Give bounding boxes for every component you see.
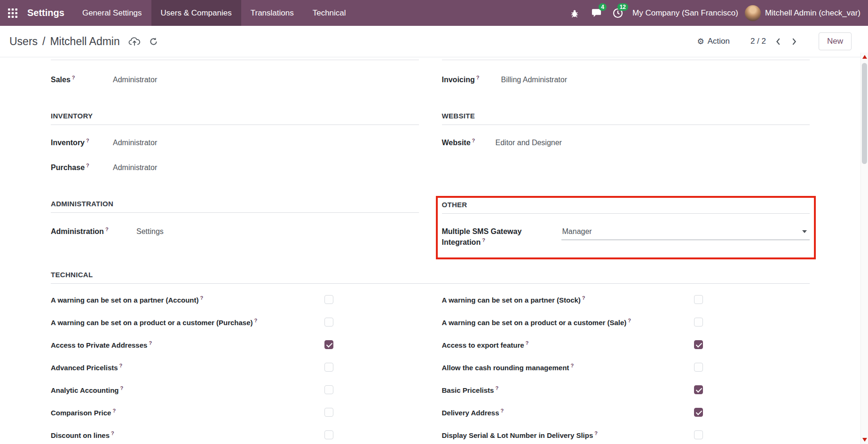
help-icon[interactable]: ? (495, 385, 498, 391)
help-icon[interactable]: ? (72, 75, 75, 80)
field-label-administration: Administration? (51, 226, 136, 237)
other-group: OTHER Multiple SMS Gateway Integration? … (442, 201, 810, 248)
checkbox[interactable] (694, 318, 703, 327)
scrollbar-up-arrow[interactable] (862, 55, 867, 59)
sms-gateway-dropdown[interactable]: Manager (561, 227, 810, 240)
app-name[interactable]: Settings (25, 0, 73, 26)
help-icon[interactable]: ? (111, 430, 114, 436)
technical-grid: A warning can be set on a partner (Accou… (51, 288, 810, 444)
help-icon[interactable]: ? (594, 430, 598, 436)
help-icon[interactable]: ? (582, 295, 585, 301)
section-inventory: INVENTORY (51, 112, 419, 125)
refresh-icon[interactable] (149, 37, 158, 46)
technical-row: Display Serial & Lot Number in Delivery … (442, 424, 810, 444)
checkbox[interactable] (324, 295, 333, 304)
scrollbar[interactable] (860, 53, 868, 444)
messages-button[interactable]: 4 (585, 0, 607, 26)
menu-item-technical[interactable]: Technical (303, 0, 355, 26)
breadcrumb-current: Mitchell Admin (50, 35, 119, 48)
checkbox[interactable] (694, 363, 703, 372)
control-panel-right: ⚙ Action 2 / 2 New (697, 32, 852, 50)
help-icon[interactable]: ? (526, 340, 529, 346)
checkbox-label: A warning can be set on a partner (Stock… (442, 295, 694, 304)
checkbox-label: A warning can be set on a product or a c… (442, 318, 694, 327)
checkbox[interactable] (694, 430, 703, 439)
field-label-inventory: Inventory? (51, 137, 113, 148)
technical-row: Analytic Accounting? (51, 379, 419, 401)
field-value-invoicing[interactable]: Billing Administrator (501, 76, 810, 84)
help-icon[interactable]: ? (501, 408, 504, 413)
field-label-sales: Sales? (51, 74, 113, 86)
help-icon[interactable]: ? (86, 138, 89, 143)
checkbox-label: Comparison Price? (51, 408, 324, 417)
field-value-purchase[interactable]: Administrator (113, 164, 419, 172)
field-label-invoicing: Invoicing? (442, 74, 501, 86)
new-button[interactable]: New (819, 32, 852, 50)
sms-gateway-value: Manager (562, 227, 592, 236)
action-label: Action (708, 37, 730, 46)
checkbox[interactable] (694, 408, 703, 417)
help-icon[interactable]: ? (476, 75, 480, 80)
cloud-save-icon[interactable] (128, 37, 141, 46)
menu-item-general-settings[interactable]: General Settings (73, 0, 151, 26)
breadcrumb-users-link[interactable]: Users (9, 35, 38, 48)
help-icon[interactable]: ? (149, 340, 152, 346)
checkbox-label: Display Serial & Lot Number in Delivery … (442, 430, 694, 439)
checkbox[interactable] (694, 385, 703, 394)
debug-button[interactable] (564, 0, 585, 26)
topbar-right: 4 12 My Company (San Francisco) Mitchell… (564, 0, 868, 26)
field-label-sms-gateway: Multiple SMS Gateway Integration? (442, 226, 561, 248)
checkbox[interactable] (694, 340, 703, 349)
apps-menu-button[interactable] (0, 0, 25, 26)
help-icon[interactable]: ? (628, 318, 631, 323)
activities-button[interactable]: 12 (607, 0, 629, 26)
apps-grid-icon (8, 8, 17, 18)
checkbox-label: Analytic Accounting? (51, 385, 324, 394)
scrollbar-thumb[interactable] (862, 63, 867, 164)
chevron-right-icon (792, 38, 797, 46)
scrollbar-down-arrow[interactable] (862, 438, 867, 442)
checkbox-label: Access to export feature? (442, 340, 694, 349)
technical-row: Comparison Price? (51, 401, 419, 424)
checkbox-label: Allow the cash rounding management? (442, 363, 694, 372)
technical-col-left: A warning can be set on a partner (Accou… (51, 288, 419, 444)
field-value-sales[interactable]: Administrator (113, 76, 419, 84)
checkbox[interactable] (324, 363, 333, 372)
top-navbar: Settings General SettingsUsers & Compani… (0, 0, 868, 26)
menu-item-users-companies[interactable]: Users & Companies (151, 0, 241, 26)
field-sms-gateway: Multiple SMS Gateway Integration? Manage… (442, 226, 810, 248)
help-icon[interactable]: ? (570, 363, 574, 368)
action-menu-button[interactable]: ⚙ Action (697, 37, 730, 46)
checkbox[interactable] (324, 340, 333, 349)
checkbox[interactable] (324, 430, 333, 439)
help-icon[interactable]: ? (119, 363, 123, 368)
checkbox[interactable] (694, 295, 703, 304)
help-icon[interactable]: ? (112, 408, 116, 413)
menu-item-translations[interactable]: Translations (241, 0, 303, 26)
help-icon[interactable]: ? (120, 385, 123, 391)
checkbox[interactable] (324, 385, 333, 394)
help-icon[interactable]: ? (86, 163, 89, 168)
help-icon[interactable]: ? (472, 138, 475, 143)
checkbox-label: Access to Private Addresses? (51, 340, 324, 349)
field-value-administration[interactable]: Settings (136, 227, 419, 236)
user-avatar[interactable] (745, 5, 761, 21)
pager-counter: 2 / 2 (750, 37, 766, 46)
field-sales: Sales? Administrator (51, 74, 419, 86)
help-icon[interactable]: ? (482, 237, 485, 243)
checkbox-label: Delivery Address? (442, 408, 694, 417)
field-value-website[interactable]: Editor and Designer (496, 139, 810, 147)
pager-previous-button[interactable] (773, 36, 782, 47)
help-icon[interactable]: ? (200, 295, 204, 301)
field-value-inventory[interactable]: Administrator (113, 139, 419, 147)
checkbox[interactable] (324, 318, 333, 327)
user-menu[interactable]: Mitchell Admin (check_var) (765, 8, 860, 18)
help-icon[interactable]: ? (254, 318, 258, 323)
gear-icon: ⚙ (697, 38, 704, 46)
company-switcher[interactable]: My Company (San Francisco) (632, 8, 738, 18)
help-icon[interactable]: ? (105, 226, 109, 232)
checkbox[interactable] (324, 408, 333, 417)
pager-next-button[interactable] (790, 36, 799, 47)
technical-row: Basic Pricelists? (442, 379, 810, 401)
field-administration: Administration? Settings (51, 226, 419, 237)
